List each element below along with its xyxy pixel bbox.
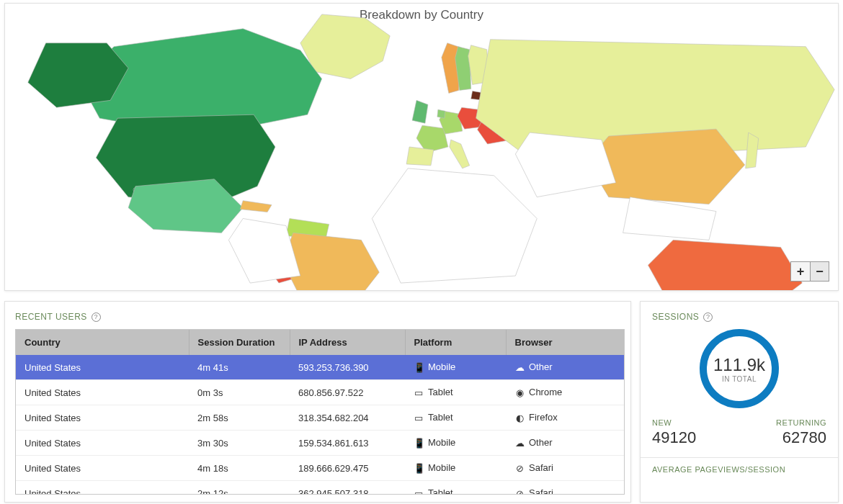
sessions-total-value: 111.9k — [713, 355, 765, 375]
recent-users-scroll[interactable]: Country Session Duration IP Address Plat… — [16, 330, 624, 494]
cell-duration: 0m 3s — [189, 380, 290, 405]
cell-ip: 159.534.861.613 — [290, 431, 405, 456]
sessions-label: SESSIONS ? — [652, 312, 826, 322]
map-country-uk[interactable] — [412, 100, 428, 123]
sessions-new-label: NEW — [652, 418, 696, 427]
cell-country: United States — [16, 380, 189, 405]
cell-platform: 📱Mobile — [405, 431, 506, 456]
cell-browser: ☁Other — [506, 431, 624, 456]
help-icon[interactable]: ? — [92, 312, 101, 322]
cell-browser: ⊘Safari — [506, 456, 624, 481]
cell-country: United States — [16, 481, 189, 494]
cell-browser: ◐Firefox — [506, 405, 624, 431]
map-country-netherlands[interactable] — [437, 109, 445, 118]
cell-country: United States — [16, 456, 189, 481]
cell-browser: ⊘Safari — [506, 481, 624, 494]
sessions-new-value: 49120 — [652, 428, 696, 447]
table-row[interactable]: United States2m 58s318.354.682.204▭Table… — [16, 405, 624, 431]
map-country-china[interactable] — [587, 129, 745, 204]
safari-icon: ⊘ — [514, 463, 525, 474]
sessions-label-text: SESSIONS — [652, 312, 699, 322]
safari-icon: ⊘ — [514, 488, 525, 494]
map-country-italy[interactable] — [450, 140, 470, 168]
map-zoom-controls: + − — [790, 261, 829, 282]
table-header-row: Country Session Duration IP Address Plat… — [16, 330, 624, 355]
zoom-in-button[interactable]: + — [791, 262, 810, 281]
tablet-icon: ▭ — [414, 387, 424, 398]
mobile-icon: 📱 — [414, 362, 424, 373]
cell-duration: 2m 12s — [189, 481, 290, 494]
cell-country: United States — [16, 405, 189, 431]
recent-users-grid: Country Session Duration IP Address Plat… — [15, 329, 625, 495]
map-country-cuba[interactable] — [240, 201, 272, 212]
cell-duration: 3m 30s — [189, 431, 290, 456]
firefox-icon: ◐ — [514, 413, 525, 423]
map-country-spain[interactable] — [406, 147, 434, 166]
sessions-breakdown: NEW 49120 RETURNING 62780 — [652, 418, 826, 447]
cloud-icon: ☁ — [514, 362, 525, 373]
cell-country: United States — [16, 355, 189, 380]
cell-duration: 4m 41s — [189, 355, 290, 380]
cell-ip: 680.856.97.522 — [290, 380, 405, 405]
recent-users-panel: RECENT USERS ? Country Session Duration … — [4, 301, 631, 503]
cell-ip: 318.354.682.204 — [290, 405, 405, 431]
cell-ip: 362.945.507.318 — [290, 481, 405, 494]
gauge-inner: 111.9k IN TOTAL — [700, 329, 779, 408]
cell-browser: ◉Chrome — [506, 380, 624, 405]
map-panel: Breakdown by Country — [4, 3, 839, 291]
tablet-icon: ▭ — [414, 488, 424, 494]
col-ip[interactable]: IP Address — [290, 330, 405, 355]
sessions-gauge: 111.9k IN TOTAL — [700, 329, 779, 408]
sessions-returning: RETURNING 62780 — [776, 418, 826, 447]
cell-platform: ▭Tablet — [405, 405, 506, 431]
cell-ip: 593.253.736.390 — [290, 355, 405, 380]
chrome-icon: ◉ — [514, 387, 525, 398]
mobile-icon: 📱 — [414, 438, 424, 449]
cell-country: United States — [16, 431, 189, 456]
sessions-total-sub: IN TOTAL — [722, 375, 757, 383]
help-icon[interactable]: ? — [703, 312, 713, 322]
col-duration[interactable]: Session Duration — [189, 330, 290, 355]
divider — [641, 457, 838, 458]
avg-pageviews-label: AVERAGE PAGEVIEWS/SESSION — [652, 465, 826, 474]
recent-users-label: RECENT USERS ? — [15, 312, 625, 322]
cell-platform: 📱Mobile — [405, 456, 506, 481]
cloud-icon: ☁ — [514, 438, 525, 449]
cell-platform: 📱Mobile — [405, 355, 506, 380]
sessions-new: NEW 49120 — [652, 418, 696, 447]
sessions-panel: SESSIONS ? 111.9k IN TOTAL NEW 49120 RET… — [640, 301, 839, 503]
sessions-returning-label: RETURNING — [776, 418, 826, 427]
cell-ip: 189.666.629.475 — [290, 456, 405, 481]
table-row[interactable]: United States4m 41s593.253.736.390📱Mobil… — [16, 355, 624, 380]
cell-browser: ☁Other — [506, 355, 624, 380]
tablet-icon: ▭ — [414, 413, 424, 423]
mobile-icon: 📱 — [414, 463, 424, 474]
map-country-australia[interactable] — [648, 240, 802, 290]
col-platform[interactable]: Platform — [405, 330, 506, 355]
map-country-brazil[interactable] — [282, 233, 379, 290]
col-country[interactable]: Country — [16, 330, 189, 355]
col-browser[interactable]: Browser — [506, 330, 624, 355]
cell-platform: ▭Tablet — [405, 481, 506, 494]
recent-users-label-text: RECENT USERS — [15, 312, 87, 322]
sessions-returning-value: 62780 — [782, 428, 826, 447]
table-row[interactable]: United States0m 3s680.856.97.522▭Tablet◉… — [16, 380, 624, 405]
table-row[interactable]: United States4m 18s189.666.629.475📱Mobil… — [16, 456, 624, 481]
table-row[interactable]: United States2m 12s362.945.507.318▭Table… — [16, 481, 624, 494]
cell-duration: 2m 58s — [189, 405, 290, 431]
cell-duration: 4m 18s — [189, 456, 290, 481]
zoom-out-button[interactable]: − — [810, 262, 829, 281]
cell-platform: ▭Tablet — [405, 380, 506, 405]
world-map[interactable] — [5, 4, 838, 290]
table-row[interactable]: United States3m 30s159.534.861.613📱Mobil… — [16, 431, 624, 456]
recent-users-table: Country Session Duration IP Address Plat… — [16, 330, 624, 494]
